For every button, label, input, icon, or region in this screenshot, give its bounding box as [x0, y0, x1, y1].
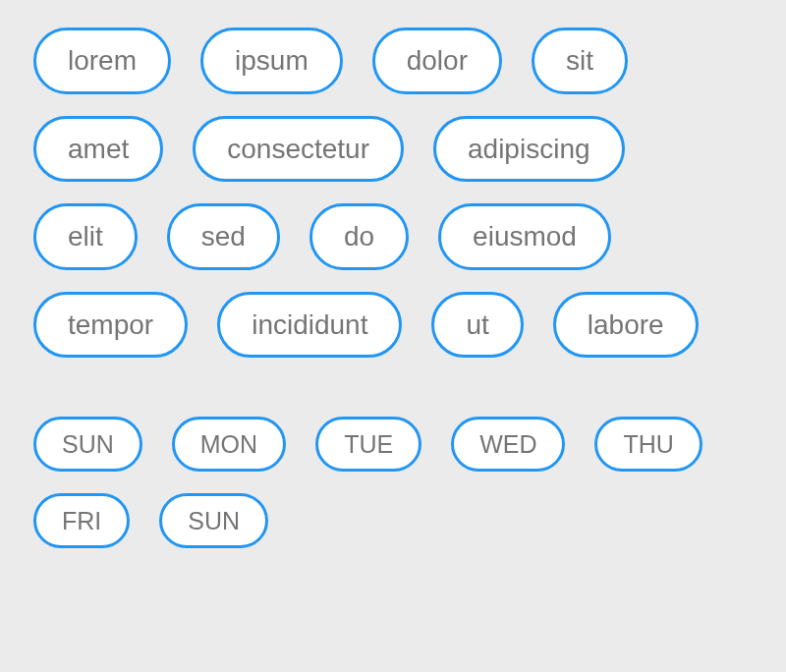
- chip-dolor[interactable]: dolor: [372, 28, 502, 94]
- chip-thu[interactable]: THU: [594, 417, 702, 472]
- chip-incididunt[interactable]: incididunt: [217, 292, 402, 359]
- chip-elit[interactable]: elit: [33, 203, 138, 270]
- chip-fri[interactable]: FRI: [33, 493, 130, 548]
- chip-sit[interactable]: sit: [532, 28, 628, 94]
- group-separator: [33, 358, 753, 417]
- chip-adipiscing[interactable]: adipiscing: [433, 116, 625, 183]
- chip-sun[interactable]: SUN: [33, 417, 142, 472]
- chip-wed[interactable]: WED: [451, 417, 565, 472]
- chip-ipsum[interactable]: ipsum: [200, 28, 343, 94]
- chip-group-days: SUN MON TUE WED THU FRI SUN: [33, 417, 753, 548]
- chip-mon[interactable]: MON: [172, 417, 286, 472]
- chip-tempor[interactable]: tempor: [33, 292, 188, 359]
- chip-do[interactable]: do: [309, 203, 409, 270]
- chip-eiusmod[interactable]: eiusmod: [438, 203, 611, 270]
- chip-labore[interactable]: labore: [553, 292, 699, 359]
- chip-ut[interactable]: ut: [431, 292, 523, 359]
- chip-amet[interactable]: amet: [33, 116, 163, 183]
- chip-lorem[interactable]: lorem: [33, 28, 171, 94]
- chip-sed[interactable]: sed: [167, 203, 280, 270]
- chip-group-words: lorem ipsum dolor sit amet consectetur a…: [33, 28, 753, 358]
- chip-sun-2[interactable]: SUN: [159, 493, 268, 548]
- chip-consectetur[interactable]: consectetur: [193, 116, 404, 183]
- chip-tue[interactable]: TUE: [315, 417, 421, 472]
